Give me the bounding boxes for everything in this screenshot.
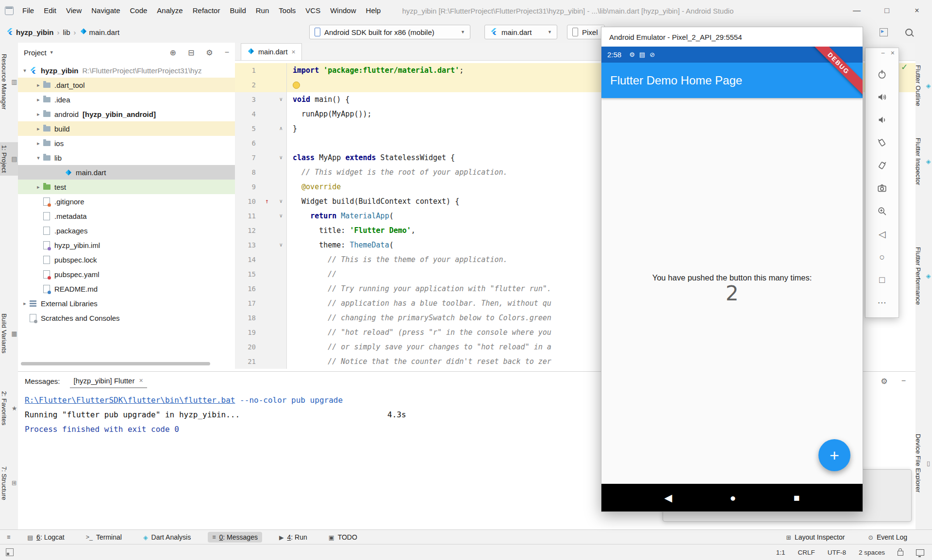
menu-tools[interactable]: Tools <box>274 0 300 21</box>
fold-down-icon[interactable]: ∨ <box>279 194 283 209</box>
chevron-down-icon[interactable]: ▼ <box>50 50 54 55</box>
flutter-bat-link[interactable]: R:\Flutter\FlutterSDK\flutter\bin\flutte… <box>25 395 235 405</box>
menu-window[interactable]: Window <box>325 0 361 21</box>
chevron-down-icon[interactable]: ▾ <box>34 155 42 161</box>
device-selector[interactable]: Android SDK built for x86 (mobile) ▼ <box>309 25 470 39</box>
project-horizontal-scrollbar[interactable] <box>21 362 210 365</box>
close-tab-icon[interactable] <box>139 377 143 384</box>
tree-row-hyzp_yibin-iml[interactable]: hyzp_yibin.iml <box>18 238 235 252</box>
sidebar-item-7-structure[interactable]: ⊞7: Structure <box>0 463 18 503</box>
tool-window-button-event-log[interactable]: ⊙Event Log <box>864 532 912 543</box>
tree-row-main-dart[interactable]: main.dart <box>18 165 235 180</box>
intention-bulb-icon[interactable] <box>293 82 300 89</box>
breadcrumb-item-main-dart[interactable]: main.dart <box>80 28 120 36</box>
minimize-button[interactable]: — <box>842 0 872 21</box>
tree-row-pubspec-lock[interactable]: pubspec.lock <box>18 252 235 267</box>
menu-run[interactable]: Run <box>251 0 274 21</box>
sidebar-item-flutter-performance[interactable]: ◈Flutter Performance <box>915 244 932 308</box>
tree-row--gitignore[interactable]: .gitignore <box>18 194 235 209</box>
tool-window-button-dart-analysis[interactable]: ◈Dart Analysis <box>139 532 195 543</box>
sidebar-item-resource-manager[interactable]: ▥Resource Manager <box>0 51 18 113</box>
menu-edit[interactable]: Edit <box>39 0 61 21</box>
write-lock-icon[interactable] <box>898 551 903 556</box>
chevron-down-icon[interactable]: ▾ <box>21 67 29 74</box>
highlighting-level-icon[interactable] <box>916 549 924 556</box>
minimize-button[interactable]: − <box>881 49 885 57</box>
hide-panel-icon[interactable]: − <box>901 377 906 386</box>
tree-row-external-libraries[interactable]: ▸External Libraries <box>18 296 235 311</box>
increment-fab-button[interactable]: + <box>818 439 850 471</box>
menu-code[interactable]: Code <box>125 0 152 21</box>
collapse-all-icon[interactable]: ⊟ <box>188 48 194 57</box>
tree-row-test[interactable]: ▸test <box>18 180 235 194</box>
settings-gear-icon[interactable]: ⚙ <box>206 48 213 57</box>
fold-down-icon[interactable]: ∨ <box>279 209 283 223</box>
tree-row--packages[interactable]: .packages <box>18 223 235 238</box>
back-icon[interactable]: ◁ <box>876 228 888 240</box>
close-tab-icon[interactable] <box>291 48 295 56</box>
fold-end-icon[interactable]: ∧ <box>279 121 283 136</box>
tree-row-android[interactable]: ▸android[hyzp_yibin_android] <box>18 107 235 121</box>
tool-window-button-4-run[interactable]: ▶4: Run <box>275 532 312 543</box>
rotate-right-icon[interactable] <box>876 160 888 171</box>
more-icon[interactable]: ⋯ <box>876 296 888 308</box>
tree-row-readme-md[interactable]: README.md <box>18 281 235 296</box>
chevron-right-icon[interactable]: ▸ <box>34 126 42 132</box>
inspections-ok-icon[interactable]: ✓ <box>901 62 908 72</box>
tree-row-hyzp_yibin[interactable]: ▾hyzp_yibinR:\FlutterProject\FlutterProj… <box>18 63 235 78</box>
tool-window-button-6-logcat[interactable]: ▤6: Logcat <box>23 532 68 543</box>
menu-help[interactable]: Help <box>361 0 386 21</box>
sidebar-item-flutter-outline[interactable]: ◈Flutter Outline <box>915 62 932 109</box>
menu-analyze[interactable]: Analyze <box>152 0 187 21</box>
close-button[interactable]: × <box>891 49 895 57</box>
sidebar-item-device-file-explorer[interactable]: ▯Device File Explorer <box>915 431 932 495</box>
search-icon[interactable] <box>905 29 913 36</box>
status-item-crlf[interactable]: CRLF <box>798 549 815 556</box>
menu-view[interactable]: View <box>61 0 86 21</box>
zoom-icon[interactable] <box>876 205 888 217</box>
tree-row-ios[interactable]: ▸ios <box>18 136 235 150</box>
tree-row-pubspec-yaml[interactable]: pubspec.yaml <box>18 267 235 281</box>
status-item-utf-8[interactable]: UTF-8 <box>828 549 846 556</box>
tool-window-toggle-icon[interactable] <box>6 548 14 556</box>
volume-up-icon[interactable] <box>876 91 888 103</box>
sidebar-item-flutter-inspector[interactable]: ◈Flutter Inspector <box>915 135 932 188</box>
fold-down-icon[interactable]: ∨ <box>279 150 283 165</box>
overview-icon[interactable]: □ <box>876 274 888 285</box>
status-item-1-1[interactable]: 1:1 <box>776 549 785 556</box>
home-button[interactable]: ● <box>730 492 736 504</box>
project-panel-title[interactable]: Project <box>24 49 47 57</box>
emulator-title-bar[interactable]: Android Emulator - Pixel_2_API_29:5554 <box>601 27 863 47</box>
tool-window-button-terminal[interactable]: >_Terminal <box>82 532 126 543</box>
tree-row--idea[interactable]: ▸.idea <box>18 92 235 107</box>
hide-panel-icon[interactable]: − <box>225 48 229 57</box>
rotate-left-icon[interactable] <box>876 137 888 148</box>
sidebar-item-1-project[interactable]: ▤1: Project <box>0 142 18 176</box>
menu-vcs[interactable]: VCS <box>300 0 325 21</box>
tool-window-button-todo[interactable]: ▣TODO <box>324 532 362 543</box>
breadcrumb-item-hyzp_yibin[interactable]: hyzp_yibin <box>6 28 54 37</box>
tool-window-button-0-messages[interactable]: ≡0: Messages <box>208 532 262 543</box>
fold-down-icon[interactable]: ∨ <box>279 238 283 252</box>
window-menu-icon[interactable]: ≡ <box>7 534 10 541</box>
home-icon[interactable]: ○ <box>876 251 888 263</box>
menu-file[interactable]: File <box>17 0 39 21</box>
tree-row-build[interactable]: ▸build <box>18 121 235 136</box>
menu-refactor[interactable]: Refactor <box>188 0 225 21</box>
settings-gear-icon[interactable]: ⚙ <box>881 377 887 386</box>
power-icon[interactable] <box>876 68 888 80</box>
tree-row--dart_tool[interactable]: ▸.dart_tool <box>18 78 235 92</box>
screenshot-icon[interactable] <box>876 182 888 194</box>
override-marker-icon[interactable]: ↑ <box>265 194 269 209</box>
tab-main-dart[interactable]: main.dart <box>241 43 302 60</box>
close-button[interactable]: × <box>902 0 932 21</box>
sidebar-item-build-variants[interactable]: ▦Build Variants <box>0 311 18 356</box>
status-item-2-spaces[interactable]: 2 spaces <box>859 549 885 556</box>
attach-debugger-icon[interactable] <box>880 28 888 36</box>
target-device-selector[interactable]: Pixel <box>567 25 605 39</box>
messages-tab[interactable]: [hyzp_yibin] Flutter <box>70 374 147 388</box>
tree-row-lib[interactable]: ▾lib <box>18 150 235 165</box>
tree-row--metadata[interactable]: .metadata <box>18 209 235 223</box>
chevron-right-icon[interactable]: ▸ <box>34 97 42 103</box>
fold-down-icon[interactable]: ∨ <box>279 92 283 107</box>
